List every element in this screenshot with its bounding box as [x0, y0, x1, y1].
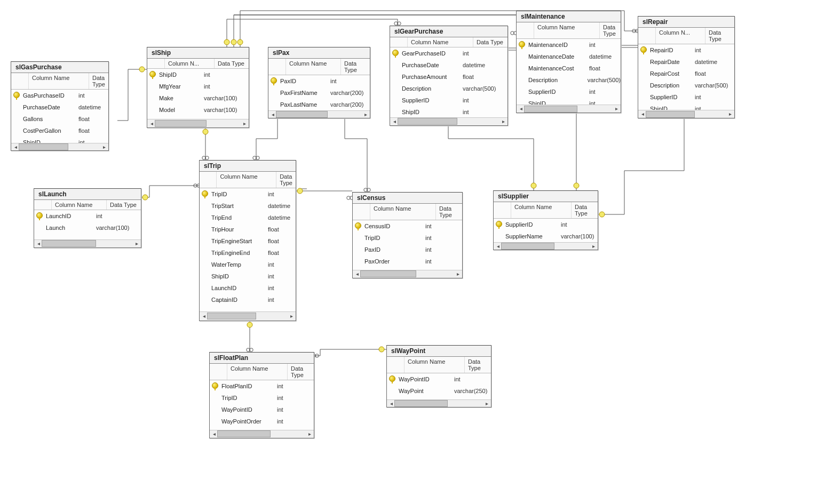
table-row[interactable]: ShipIDint: [11, 137, 108, 143]
table-float[interactable]: slFloatPlan Column NameData TypeFloatPla…: [209, 352, 314, 438]
scroll-right-icon[interactable]: ▸: [483, 400, 490, 407]
table-row[interactable]: MaintenanceCostfloat: [517, 62, 621, 74]
horizontal-scrollbar[interactable]: ◂▸: [268, 110, 370, 118]
scroll-thumb[interactable]: [398, 118, 457, 125]
table-title[interactable]: slFloatPlan: [210, 353, 314, 364]
table-row[interactable]: TripIDint: [353, 232, 462, 244]
scroll-left-icon[interactable]: ◂: [387, 400, 395, 407]
table-launch[interactable]: slLaunch Column NameData TypeLaunchIDint…: [34, 188, 141, 248]
scroll-left-icon[interactable]: ◂: [353, 270, 361, 278]
table-row[interactable]: PurchaseDatedatetime: [390, 59, 507, 71]
table-row[interactable]: [34, 234, 141, 239]
scroll-left-icon[interactable]: ◂: [639, 110, 646, 118]
table-row[interactable]: Descriptionvarchar(500): [390, 83, 507, 94]
table-row[interactable]: ShipIDint: [517, 98, 621, 105]
table-row[interactable]: LaunchIDint: [34, 210, 141, 222]
scroll-left-icon[interactable]: ◂: [200, 313, 208, 320]
scroll-right-icon[interactable]: ▸: [613, 105, 620, 113]
table-row[interactable]: LaunchIDint: [200, 282, 296, 294]
scroll-thumb[interactable]: [524, 106, 577, 113]
scroll-right-icon[interactable]: ▸: [362, 111, 369, 118]
table-row[interactable]: MfgYearint: [147, 81, 249, 92]
horizontal-scrollbar[interactable]: ◂▸: [494, 242, 598, 250]
horizontal-scrollbar[interactable]: ◂▸: [390, 117, 507, 125]
table-row[interactable]: Gallonsfloat: [11, 113, 108, 125]
table-row[interactable]: TripStartdatetime: [200, 200, 296, 212]
scroll-right-icon[interactable]: ▸: [306, 430, 313, 438]
table-row[interactable]: TripEngineStartfloat: [200, 235, 296, 247]
scroll-right-icon[interactable]: ▸: [726, 110, 734, 118]
table-row[interactable]: GearPurchaseIDint: [390, 47, 507, 59]
table-row[interactable]: SupplierIDint: [390, 94, 507, 106]
scroll-right-icon[interactable]: ▸: [133, 240, 140, 247]
table-title[interactable]: slMaintenance: [517, 11, 621, 22]
scroll-thumb[interactable]: [217, 430, 271, 437]
table-pax[interactable]: slPax Column NameData TypePaxIDintPaxFir…: [268, 47, 370, 118]
horizontal-scrollbar[interactable]: ◂▸: [387, 399, 491, 407]
table-row[interactable]: Makevarchar(100): [147, 92, 249, 104]
scroll-thumb[interactable]: [360, 270, 416, 277]
table-row[interactable]: WayPointIDint: [387, 373, 491, 385]
table-census[interactable]: slCensus Column NameData TypeCensusIDint…: [352, 192, 463, 278]
table-row[interactable]: PurchaseDatedatetime: [11, 101, 108, 113]
scroll-left-icon[interactable]: ◂: [269, 111, 276, 118]
table-row[interactable]: PaxFirstNamevarchar(200): [268, 87, 370, 99]
horizontal-scrollbar[interactable]: ◂▸: [34, 239, 141, 247]
table-row[interactable]: RepairIDint: [638, 44, 734, 56]
table-row[interactable]: Modelvarchar(100): [147, 104, 249, 116]
table-row[interactable]: TripIDint: [210, 392, 314, 404]
table-ship[interactable]: slShip Column N...Data TypeShipIDintMfgY…: [147, 47, 249, 128]
table-row[interactable]: ShipIDint: [390, 106, 507, 117]
table-row[interactable]: WaterTempint: [200, 259, 296, 270]
table-row[interactable]: Descriptionvarchar(500): [517, 74, 621, 86]
scroll-right-icon[interactable]: ▸: [100, 143, 108, 151]
table-row[interactable]: TripHourfloat: [200, 223, 296, 235]
table-title[interactable]: slTrip: [200, 161, 296, 172]
horizontal-scrollbar[interactable]: ◂▸: [147, 119, 249, 127]
table-row[interactable]: PaxLastNamevarchar(200): [268, 99, 370, 110]
table-row[interactable]: WayPointOrderint: [210, 415, 314, 427]
scroll-thumb[interactable]: [19, 143, 68, 150]
scroll-thumb[interactable]: [276, 111, 328, 118]
scroll-right-icon[interactable]: ▸: [241, 120, 248, 127]
table-row[interactable]: MaintenanceIDint: [517, 39, 621, 51]
table-row[interactable]: GasPurchaseIDint: [11, 90, 108, 101]
scroll-left-icon[interactable]: ◂: [517, 105, 525, 113]
table-maint[interactable]: slMaintenance Column NameData TypeMainte…: [516, 11, 621, 113]
table-title[interactable]: slCensus: [353, 193, 462, 204]
table-supplier[interactable]: slSupplier Column NameData TypeSupplierI…: [493, 190, 598, 250]
scroll-left-icon[interactable]: ◂: [148, 120, 155, 127]
scroll-right-icon[interactable]: ▸: [454, 270, 462, 278]
table-row[interactable]: WayPointvarchar(250): [387, 385, 491, 397]
scroll-left-icon[interactable]: ◂: [210, 430, 218, 438]
scroll-thumb[interactable]: [501, 243, 554, 250]
table-row[interactable]: RepairDatedatetime: [638, 56, 734, 68]
table-row[interactable]: Launchvarchar(100): [34, 222, 141, 234]
table-row[interactable]: ShipIDint: [638, 103, 734, 110]
table-row[interactable]: WayPointIDint: [210, 404, 314, 415]
horizontal-scrollbar[interactable]: ◂▸: [200, 311, 296, 321]
table-row[interactable]: CaptainIDint: [200, 294, 296, 306]
table-row[interactable]: MaintenanceDatedatetime: [517, 51, 621, 62]
table-row[interactable]: PaxIDint: [268, 75, 370, 87]
table-row[interactable]: CensusIDint: [353, 220, 462, 232]
horizontal-scrollbar[interactable]: ◂▸: [638, 110, 734, 118]
scroll-left-icon[interactable]: ◂: [391, 118, 398, 125]
table-row[interactable]: Descriptionvarchar(500): [638, 79, 734, 91]
table-title[interactable]: slGearPurchase: [390, 26, 507, 37]
table-row[interactable]: PurchaseAmountfloat: [390, 71, 507, 83]
table-row[interactable]: TripEngineEndfloat: [200, 247, 296, 259]
table-row[interactable]: SupplierNamevarchar(100): [494, 230, 598, 242]
scroll-thumb[interactable]: [42, 240, 96, 247]
table-title[interactable]: slShip: [147, 47, 249, 59]
scroll-thumb[interactable]: [394, 400, 448, 407]
scroll-thumb[interactable]: [646, 111, 695, 118]
table-title[interactable]: slWayPoint: [387, 346, 491, 357]
table-row[interactable]: SupplierIDint: [638, 91, 734, 103]
table-gear[interactable]: slGearPurchase Column NameData TypeGearP…: [390, 26, 508, 126]
scroll-right-icon[interactable]: ▸: [590, 243, 597, 250]
table-title[interactable]: slLaunch: [34, 189, 141, 200]
scroll-left-icon[interactable]: ◂: [35, 240, 42, 247]
table-row[interactable]: TripEnddatetime: [200, 212, 296, 223]
table-way[interactable]: slWayPoint Column NameData TypeWayPointI…: [386, 345, 491, 407]
